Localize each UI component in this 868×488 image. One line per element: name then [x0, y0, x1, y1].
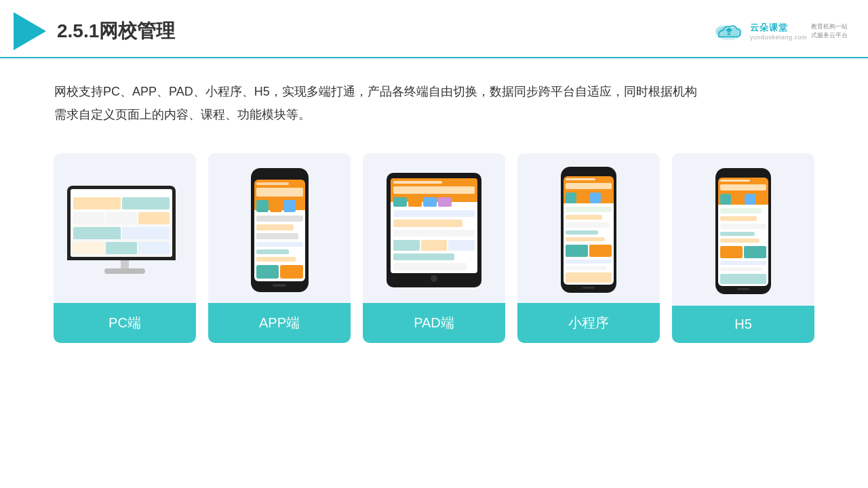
cloud-icon	[712, 21, 746, 41]
card-h5-image	[672, 153, 814, 306]
brand-text: 云朵课堂 yunduoketang.com	[750, 22, 807, 41]
brand-triangle-icon	[14, 12, 46, 50]
card-app-image	[208, 153, 351, 303]
card-pad-image	[363, 153, 505, 303]
card-h5: H5	[672, 153, 814, 343]
page-title: 2.5.1网校管理	[57, 18, 175, 44]
brand-url: yunduoketang.com	[750, 34, 807, 41]
card-pad: PAD端	[363, 153, 505, 343]
app-phone-icon	[251, 168, 309, 292]
h5-phone-icon	[715, 168, 771, 294]
description-text: 网校支持PC、APP、PAD、小程序、H5，实现多端打通，产品各终端自由切换，数…	[0, 58, 868, 140]
card-app: APP端	[208, 153, 351, 343]
card-miniapp-image	[517, 153, 660, 303]
brand-name: 云朵课堂	[750, 22, 807, 34]
card-pc-image	[54, 153, 196, 303]
header-left: 2.5.1网校管理	[14, 12, 175, 50]
brand-tagline: 教育机构一站 式服务云平台	[811, 22, 848, 40]
page-header: 2.5.1网校管理 云朵课堂 yunduoketang.com 教育机构一站	[0, 0, 868, 58]
pad-tablet-icon	[387, 173, 481, 287]
card-h5-label: H5	[672, 306, 814, 343]
card-pc-label: PC端	[54, 303, 196, 343]
card-pad-label: PAD端	[363, 303, 505, 343]
card-app-label: APP端	[208, 303, 351, 343]
miniapp-phone-icon	[561, 167, 616, 293]
card-pc: PC端	[54, 153, 196, 343]
platform-cards: PC端	[0, 140, 868, 363]
brand-icon-area: 云朵课堂 yunduoketang.com 教育机构一站 式服务云平台	[712, 21, 848, 41]
card-miniapp-label: 小程序	[517, 303, 660, 343]
brand-logo: 云朵课堂 yunduoketang.com 教育机构一站 式服务云平台	[712, 21, 848, 41]
card-miniapp: 小程序	[517, 153, 660, 343]
pc-monitor-icon	[67, 186, 182, 274]
